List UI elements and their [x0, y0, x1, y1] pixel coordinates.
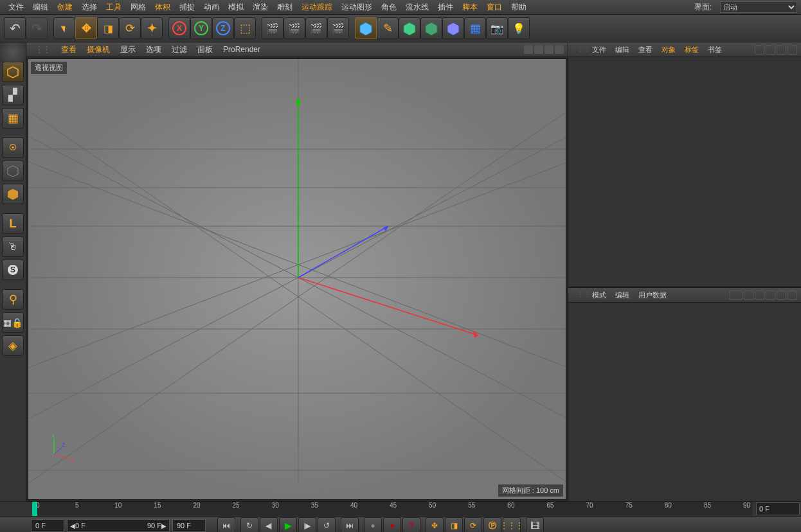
edge-mode-button[interactable] [2, 161, 24, 181]
live-select-tool[interactable] [53, 17, 75, 39]
point-mode-button[interactable]: ⦿ [2, 137, 24, 158]
timeline-current-field[interactable] [756, 502, 800, 515]
add-floor-button[interactable]: ▦ [464, 17, 486, 39]
tweak-mode-button[interactable]: 🖱 [2, 236, 24, 257]
vp-zoom-icon[interactable] [534, 45, 543, 54]
record-button[interactable]: ● [364, 517, 382, 532]
menu-plugins[interactable]: 插件 [433, 0, 458, 14]
last-tool[interactable]: ✦ [141, 17, 163, 39]
add-spline-button[interactable]: ✎ [377, 17, 399, 39]
render-view-button[interactable]: 🎬 [262, 17, 284, 39]
add-environment-button[interactable] [442, 17, 464, 39]
model-mode-button[interactable] [2, 62, 24, 82]
autokey-button[interactable]: ● [383, 517, 401, 532]
vp-menu-panel[interactable]: 面板 [192, 44, 218, 55]
menu-mesh[interactable]: 网格 [126, 0, 150, 14]
vp-menu-options[interactable]: 选项 [141, 44, 166, 55]
rotate-tool[interactable]: ⟳ [119, 17, 141, 39]
om-menu-edit[interactable]: 编辑 [611, 45, 634, 55]
drag-handle-icon[interactable]: ⋮⋮ [572, 46, 588, 54]
planar-workplane-button[interactable]: ◈ [2, 335, 24, 356]
om-menu-file[interactable]: 文件 [588, 45, 611, 55]
key-all-button[interactable]: ⋮⋮⋮ [503, 517, 521, 532]
menu-create[interactable]: 创建 [53, 0, 77, 14]
back-icon[interactable] [730, 290, 742, 300]
lock-icon[interactable] [777, 290, 786, 300]
menu-render[interactable]: 渲染 [248, 0, 273, 14]
axis-z-button[interactable]: Z [212, 17, 234, 39]
menu-snap[interactable]: 捕捉 [175, 0, 199, 14]
menu-window[interactable]: 窗口 [482, 0, 507, 14]
axis-y-button[interactable]: Y [190, 17, 212, 39]
drag-handle-icon[interactable]: ⋮⋮ [572, 291, 588, 299]
menu-motiontrack[interactable]: 运动跟踪 [297, 0, 337, 14]
magnet-button[interactable]: ⚲ [2, 289, 24, 310]
key-scale-button[interactable]: ◨ [445, 517, 463, 532]
add-generator-button[interactable] [399, 17, 420, 39]
up-icon[interactable] [744, 290, 753, 300]
om-menu-bookmarks[interactable]: 书签 [703, 45, 726, 55]
goto-start-button[interactable]: ⏮ [217, 517, 235, 532]
texture-mode-button[interactable]: ▞ [2, 85, 24, 105]
range-slider[interactable]: ◀0 F 90 F▶ [67, 519, 170, 532]
vp-menu-prorender[interactable]: ProRender [218, 45, 266, 54]
render-queue-button[interactable]: 🎬 [327, 17, 349, 39]
om-menu-tags[interactable]: 标签 [680, 45, 703, 55]
coord-system-button[interactable]: ⬚ [234, 17, 256, 39]
home2-icon[interactable] [766, 290, 775, 300]
menu-mograph[interactable]: 运动图形 [337, 0, 377, 14]
menu-file[interactable]: 文件 [4, 0, 28, 14]
range-end-field[interactable] [172, 519, 206, 532]
timeline-track[interactable]: 051015202530354045505560657075808590 [32, 502, 752, 516]
om-menu-view[interactable]: 查看 [634, 45, 657, 55]
menu-volume[interactable]: 体积 [150, 0, 175, 14]
goto-end-button[interactable]: ⏭ [341, 517, 359, 532]
key-param-button[interactable]: Ⓟ [483, 517, 501, 532]
range-start-field[interactable] [31, 519, 64, 532]
loop-back-button[interactable]: ↺ [318, 517, 336, 532]
object-manager-body[interactable] [568, 57, 801, 287]
polygon-mode-button[interactable] [2, 184, 24, 204]
menu-character[interactable]: 角色 [377, 0, 401, 14]
render-picture-button[interactable]: 🎬 [284, 17, 305, 39]
popout2-icon[interactable] [788, 290, 797, 300]
axis-mode-button[interactable]: L [2, 213, 24, 234]
3d-viewport[interactable]: 透视视图 网格间距 : 100 cm Y X Z [28, 58, 566, 500]
add-camera-button[interactable]: 📷 [486, 17, 508, 39]
key-pos-button[interactable]: ✥ [426, 517, 444, 532]
menu-pipeline[interactable]: 流水线 [401, 0, 433, 14]
key-options-button[interactable]: ? [402, 517, 420, 532]
vp-orbit-icon[interactable] [544, 45, 554, 54]
layout-dropdown[interactable]: 启动 [720, 1, 797, 13]
am-menu-mode[interactable]: 模式 [588, 290, 611, 300]
play-button[interactable]: ▶ [279, 517, 297, 532]
menu-select[interactable]: 选择 [77, 0, 102, 14]
menu-help[interactable]: 帮助 [507, 0, 531, 14]
workplane-mode-button[interactable]: ▦ [2, 108, 24, 129]
menu-sculpt[interactable]: 雕刻 [273, 0, 297, 14]
add-light-button[interactable]: 💡 [508, 17, 530, 39]
popout-icon[interactable] [788, 45, 797, 55]
prev-frame-button[interactable]: ◀| [260, 517, 278, 532]
om-menu-objects[interactable]: 对象 [657, 45, 680, 55]
next-frame-button[interactable]: |▶ [298, 517, 316, 532]
vp-pan-icon[interactable] [524, 45, 533, 54]
scale-tool[interactable]: ◨ [97, 17, 119, 39]
expand-icon[interactable] [777, 45, 786, 55]
menu-sim[interactable]: 模拟 [224, 0, 248, 14]
redo-button[interactable]: ↷ [26, 17, 48, 39]
vp-menu-view[interactable]: 查看 [56, 44, 82, 55]
menu-script[interactable]: 脚本 [458, 0, 482, 14]
render-settings-button[interactable]: 🎬 [305, 17, 327, 39]
orientation-gizmo[interactable]: Y X Z [48, 435, 73, 461]
vp-menu-filter[interactable]: 过滤 [166, 44, 192, 55]
snap-mode-button[interactable]: S [2, 260, 24, 280]
undo-button[interactable]: ↶ [4, 17, 26, 39]
vp-maximize-icon[interactable] [555, 45, 564, 54]
search2-icon[interactable] [755, 290, 764, 300]
axis-x-button[interactable]: X [168, 17, 190, 39]
menu-anim[interactable]: 动画 [199, 0, 224, 14]
home-icon[interactable] [766, 45, 775, 55]
search-icon[interactable] [755, 45, 764, 55]
menu-tools[interactable]: 工具 [102, 0, 126, 14]
